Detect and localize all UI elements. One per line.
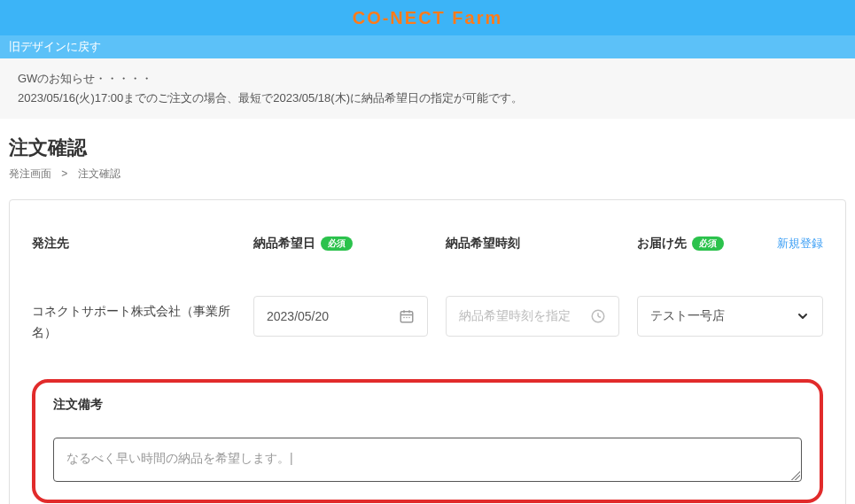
back-to-old-design-link[interactable]: 旧デザインに戻す	[9, 39, 101, 55]
app-title: CO-NECT Farm	[353, 8, 503, 28]
breadcrumb-separator: >	[61, 167, 67, 180]
breadcrumb-prev[interactable]: 発注画面	[9, 167, 51, 180]
required-badge: 必須	[321, 236, 353, 251]
label-delivery-date: 納品希望日 必須	[253, 236, 428, 252]
col-delivery-time: 納品希望時刻 納品希望時刻を指定	[446, 236, 620, 337]
ship-to-value: テスト一号店	[650, 308, 725, 324]
delivery-date-value: 2023/05/20	[267, 309, 329, 323]
svg-point-6	[408, 317, 410, 319]
value-destination: コネクトサポート株式会社（事業所名）	[32, 296, 236, 344]
remarks-textarea[interactable]: なるべく早い時間の納品を希望します。|	[53, 438, 802, 482]
svg-line-9	[598, 316, 601, 318]
col-delivery-date: 納品希望日 必須 2023/05/20	[253, 236, 428, 337]
chevron-down-icon	[796, 309, 810, 323]
svg-point-5	[406, 317, 408, 319]
notice-bar: GWのお知らせ・・・・・ 2023/05/16(火)17:00までのご注文の場合…	[0, 58, 855, 119]
col-destination: 発注先 コネクトサポート株式会社（事業所名）	[32, 236, 236, 344]
calendar-icon	[399, 308, 415, 324]
col-ship-to: お届け先 必須 新規登録 テスト一号店	[637, 236, 823, 337]
breadcrumb: 発注画面 > 注文確認	[9, 167, 846, 182]
ship-to-select[interactable]: テスト一号店	[637, 296, 823, 337]
delivery-date-input[interactable]: 2023/05/20	[253, 296, 428, 337]
notice-line-2: 2023/05/16(火)17:00までのご注文の場合、最短で2023/05/1…	[18, 89, 837, 108]
clock-icon	[590, 308, 606, 324]
remarks-value: なるべく早い時間の納品を希望します。|	[66, 451, 293, 465]
svg-point-4	[403, 317, 405, 319]
label-delivery-time: 納品希望時刻	[446, 236, 620, 252]
new-register-link[interactable]: 新規登録	[777, 236, 823, 252]
sub-header: 旧デザインに戻す	[0, 35, 855, 58]
field-row: 発注先 コネクトサポート株式会社（事業所名） 納品希望日 必須 2023/05/…	[32, 236, 823, 344]
page-title: 注文確認	[9, 135, 846, 161]
order-form-panel: 発注先 コネクトサポート株式会社（事業所名） 納品希望日 必須 2023/05/…	[9, 199, 846, 504]
remarks-highlight-box: 注文備考 なるべく早い時間の納品を希望します。|	[32, 379, 823, 503]
breadcrumb-current: 注文確認	[78, 167, 120, 180]
notice-line-1: GWのお知らせ・・・・・	[18, 69, 837, 89]
page-title-area: 注文確認 発注画面 > 注文確認	[0, 119, 855, 190]
app-header: CO-NECT Farm	[0, 0, 855, 35]
delivery-time-placeholder: 納品希望時刻を指定	[459, 308, 571, 324]
required-badge: 必須	[692, 236, 724, 251]
label-remarks: 注文備考	[53, 397, 802, 413]
label-destination: 発注先	[32, 236, 236, 252]
delivery-time-input[interactable]: 納品希望時刻を指定	[446, 296, 620, 337]
